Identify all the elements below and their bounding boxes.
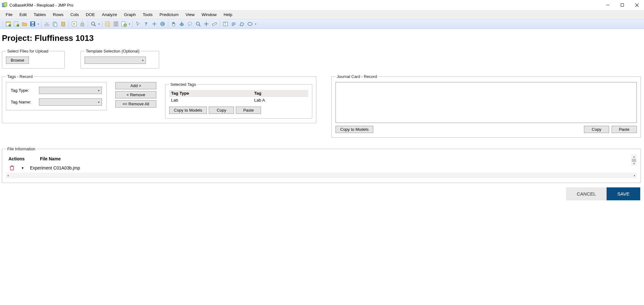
polygon-annotation-icon[interactable] xyxy=(238,20,246,28)
svg-point-10 xyxy=(17,24,19,27)
app-icon xyxy=(2,2,8,8)
zoom-tool-icon[interactable] xyxy=(194,20,202,28)
minimize-button[interactable] xyxy=(601,0,615,10)
menu-predictum[interactable]: Predictum xyxy=(156,11,182,18)
save-dropdown[interactable]: ▾ xyxy=(37,23,40,25)
ellipse-annotation-icon[interactable] xyxy=(246,20,254,28)
menu-help[interactable]: Help xyxy=(220,11,236,18)
cut-icon[interactable] xyxy=(43,20,51,28)
table-row[interactable]: Lab Lab A xyxy=(169,97,308,104)
svg-point-36 xyxy=(196,22,199,25)
menu-file[interactable]: File xyxy=(3,11,16,18)
tags-copy-button[interactable]: Copy xyxy=(209,107,234,114)
add-data-icon[interactable] xyxy=(120,20,128,28)
svg-rect-26 xyxy=(115,22,117,26)
ruler-tool-icon[interactable] xyxy=(210,20,219,28)
menu-analyze[interactable]: Analyze xyxy=(99,11,120,18)
save-button[interactable]: SAVE xyxy=(607,187,640,200)
run-script-icon[interactable] xyxy=(70,20,78,28)
select-files-group: Select Files for Upload Browse xyxy=(2,49,65,69)
new-script-icon[interactable] xyxy=(12,20,20,28)
scroll-tool-icon[interactable] xyxy=(158,20,167,28)
svg-text:?: ? xyxy=(145,21,147,26)
cell-tag-type: Lab xyxy=(169,97,252,104)
remove-tag-button[interactable]: < Remove xyxy=(115,91,156,98)
line-annotation-icon[interactable] xyxy=(230,20,238,28)
tag-name-combo[interactable]: ▾ xyxy=(39,98,102,106)
tags-paste-button[interactable]: Paste xyxy=(236,107,261,114)
menu-tools[interactable]: Tools xyxy=(140,11,156,18)
add-data-dropdown[interactable]: ▾ xyxy=(128,23,131,25)
save-icon[interactable] xyxy=(29,20,37,28)
svg-rect-3 xyxy=(621,4,624,7)
journal-paste-button[interactable]: Paste xyxy=(612,126,637,133)
titlebar: CoBaseKRM - Reupload - JMP Pro xyxy=(0,0,644,10)
search-dropdown[interactable]: ▾ xyxy=(97,23,101,25)
menu-rows[interactable]: Rows xyxy=(50,11,67,18)
search-icon[interactable] xyxy=(89,20,97,28)
annotation-dropdown[interactable]: ▾ xyxy=(254,23,257,25)
tags-record-group: Tags - Record Tag Type: ▾ Tag Name: ▾ Ad… xyxy=(2,74,316,123)
svg-rect-13 xyxy=(31,25,34,26)
crosshair-tool-icon[interactable] xyxy=(202,20,210,28)
tag-type-combo[interactable]: ▾ xyxy=(39,87,102,94)
copy-icon[interactable] xyxy=(51,20,59,28)
svg-point-33 xyxy=(180,23,184,26)
svg-point-35 xyxy=(188,22,192,25)
data-table-icon[interactable] xyxy=(103,20,112,28)
help-tool-icon[interactable]: ? xyxy=(142,20,150,28)
template-selection-legend: Template Selection (Optional) xyxy=(85,49,141,53)
menu-view[interactable]: View xyxy=(182,11,198,18)
tag-input-panel: Tag Type: ▾ Tag Name: ▾ xyxy=(6,82,107,110)
toolbar: ▾ ▾ ▾ ? T ▾ xyxy=(0,19,644,29)
close-button[interactable] xyxy=(630,0,644,10)
brush-tool-icon[interactable] xyxy=(178,20,186,28)
expand-icon[interactable]: ▼ xyxy=(21,166,24,170)
add-tag-button[interactable]: Add > xyxy=(115,82,156,89)
horizontal-scrollbar[interactable]: ◂▸ xyxy=(6,173,637,178)
open-icon[interactable] xyxy=(20,20,29,28)
columns-icon[interactable] xyxy=(112,20,120,28)
trash-icon[interactable] xyxy=(9,165,15,171)
select-files-legend: Select Files for Upload xyxy=(6,49,50,53)
maximize-button[interactable] xyxy=(615,0,630,10)
menu-graph[interactable]: Graph xyxy=(121,11,139,18)
journal-card-group: Journal Card - Record Copy to Models Cop… xyxy=(331,74,641,138)
cell-tag: Lab A xyxy=(252,97,308,104)
text-annotation-icon[interactable]: T xyxy=(221,20,230,28)
svg-rect-21 xyxy=(81,24,84,26)
paste-icon[interactable] xyxy=(59,20,67,28)
menu-edit[interactable]: Edit xyxy=(16,11,30,18)
template-selection-group: Template Selection (Optional) ▾ xyxy=(80,49,159,69)
template-combo[interactable]: ▾ xyxy=(85,57,146,64)
hand-tool-icon[interactable] xyxy=(169,20,178,28)
browse-button[interactable]: Browse xyxy=(6,57,29,64)
svg-line-37 xyxy=(199,25,200,26)
lasso-tool-icon[interactable] xyxy=(186,20,194,28)
menu-cols[interactable]: Cols xyxy=(67,11,82,18)
journal-copy-to-models-button[interactable]: Copy to Models xyxy=(336,126,373,133)
col-tag: Tag xyxy=(252,90,308,97)
menu-doe[interactable]: DOE xyxy=(83,11,98,18)
arrow-tool-icon[interactable] xyxy=(134,20,142,28)
journal-card-legend: Journal Card - Record xyxy=(336,74,378,79)
journal-copy-button[interactable]: Copy xyxy=(584,126,609,133)
window-controls xyxy=(601,0,644,10)
selected-tags-table: Tag Type Tag Lab Lab A xyxy=(169,90,308,103)
new-table-icon[interactable] xyxy=(4,20,12,28)
menu-window[interactable]: Window xyxy=(198,11,220,18)
remove-all-tags-button[interactable]: << Remove All xyxy=(115,100,156,108)
vertical-scrollbar[interactable]: ▴ ▾ xyxy=(631,154,637,166)
selection-tool-icon[interactable] xyxy=(150,20,158,28)
project-title: Project: Fluffiness 1013 xyxy=(2,33,641,43)
lock-icon[interactable] xyxy=(78,20,86,28)
menu-tables[interactable]: Tables xyxy=(31,11,49,18)
file-row[interactable]: ▼ Experiment C01A03b.jmp xyxy=(6,163,637,173)
tags-copy-to-models-button[interactable]: Copy to Models xyxy=(169,107,207,114)
svg-rect-40 xyxy=(212,22,217,25)
svg-point-22 xyxy=(92,22,95,25)
tag-type-label: Tag Type: xyxy=(11,88,35,93)
file-information-group: File Information Actions File Name ▼ Exp… xyxy=(2,147,641,183)
journal-textarea[interactable] xyxy=(336,82,637,123)
cancel-button[interactable]: CANCEL xyxy=(566,187,607,200)
